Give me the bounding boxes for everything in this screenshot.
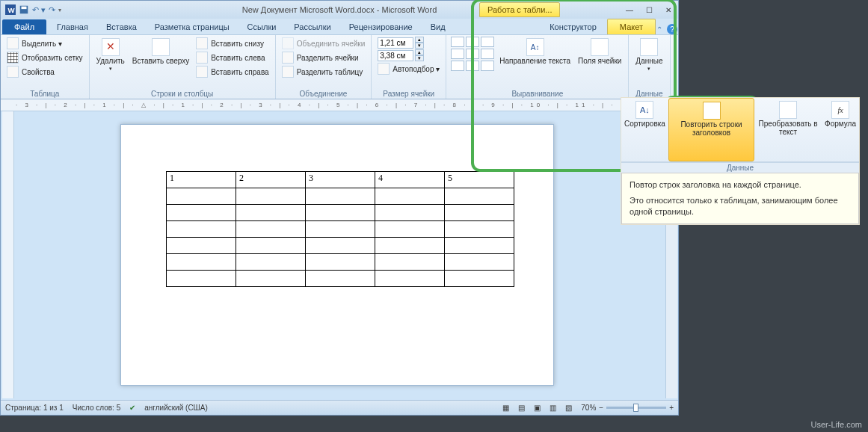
- redo-icon[interactable]: ↷: [49, 5, 55, 15]
- table-cell[interactable]: [375, 238, 445, 254]
- table-cell[interactable]: [306, 221, 375, 238]
- language-status[interactable]: английский (США): [144, 404, 208, 412]
- insert-left-button[interactable]: Вставить слева: [194, 51, 270, 64]
- cell-margins-icon: [591, 38, 609, 56]
- maximize-button[interactable]: ☐: [639, 3, 659, 16]
- save-icon[interactable]: [19, 4, 29, 15]
- show-grid-button[interactable]: Отобразить сетку: [5, 51, 84, 64]
- formula-button[interactable]: fxФормула: [822, 98, 859, 161]
- table-cell[interactable]: 4: [375, 172, 445, 188]
- view-outline-icon[interactable]: ▥: [550, 404, 556, 412]
- alignment-grid[interactable]: [451, 37, 494, 71]
- table-cell[interactable]: [445, 254, 514, 271]
- split-cells-button[interactable]: Разделить ячейки: [280, 51, 367, 64]
- tab-design[interactable]: Конструктор: [541, 19, 606, 34]
- tab-page-layout[interactable]: Разметка страницы: [146, 19, 238, 34]
- undo-icon[interactable]: ↶ ▾: [32, 5, 46, 15]
- table-cell[interactable]: 5: [445, 172, 514, 188]
- help-icon[interactable]: ?: [667, 24, 677, 34]
- table-row[interactable]: [167, 254, 514, 271]
- view-draft-icon[interactable]: ▧: [565, 404, 572, 412]
- table-cell[interactable]: [167, 221, 236, 238]
- spellcheck-icon[interactable]: ✔: [129, 404, 135, 412]
- group-data: Данные▾ Данные: [629, 35, 670, 99]
- table-cell[interactable]: [167, 205, 236, 221]
- insert-above-button[interactable]: Вставить сверху: [130, 37, 191, 67]
- table-cell[interactable]: 3: [306, 172, 375, 188]
- table-row[interactable]: [167, 205, 514, 221]
- table-cell[interactable]: [445, 221, 514, 238]
- tab-home[interactable]: Главная: [48, 19, 97, 34]
- table-cell[interactable]: [236, 254, 306, 271]
- zoom-out-icon[interactable]: −: [599, 404, 603, 412]
- table-cell[interactable]: [445, 238, 514, 254]
- vertical-ruler[interactable]: [2, 111, 14, 398]
- autofit-button[interactable]: Автоподбор ▾: [376, 62, 441, 75]
- file-tab[interactable]: Файл: [2, 19, 46, 34]
- table-cell[interactable]: 1: [167, 172, 236, 188]
- table-row[interactable]: [167, 188, 514, 205]
- tab-review[interactable]: Рецензирование: [340, 19, 422, 34]
- tab-references[interactable]: Ссылки: [238, 19, 286, 34]
- text-direction-button[interactable]: A↕Направление текста: [497, 37, 573, 67]
- table-cell[interactable]: [167, 238, 236, 254]
- table-row[interactable]: [167, 271, 514, 287]
- qat-dropdown-icon[interactable]: ▾: [58, 7, 61, 13]
- table-cell[interactable]: [445, 271, 514, 287]
- table-cell[interactable]: [306, 254, 375, 271]
- table-cell[interactable]: [375, 254, 445, 271]
- properties-button[interactable]: Свойства: [5, 65, 84, 78]
- tab-view[interactable]: Вид: [422, 19, 455, 34]
- word-count[interactable]: Число слов: 5: [73, 404, 120, 412]
- table-cell[interactable]: 2: [236, 172, 306, 188]
- tab-insert[interactable]: Вставка: [97, 19, 146, 34]
- select-button[interactable]: Выделить ▾: [5, 37, 84, 50]
- col-width-input[interactable]: ▴▾: [376, 49, 441, 61]
- split-table-button[interactable]: Разделить таблицу: [280, 65, 367, 78]
- view-web-icon[interactable]: ▣: [534, 404, 541, 412]
- table-cell[interactable]: [236, 188, 306, 205]
- table-row[interactable]: 12345: [167, 172, 514, 188]
- table-cell[interactable]: [167, 271, 236, 287]
- table-row[interactable]: [167, 221, 514, 238]
- repeat-header-rows-button[interactable]: Повторить строки заголовков: [668, 98, 754, 161]
- data-button[interactable]: Данные▾: [633, 37, 665, 73]
- table-cell[interactable]: [306, 271, 375, 287]
- insert-below-button[interactable]: Вставить снизу: [194, 37, 270, 50]
- table-cell[interactable]: [306, 188, 375, 205]
- table-cell[interactable]: [375, 188, 445, 205]
- table-cell[interactable]: [445, 205, 514, 221]
- table-cell[interactable]: [375, 205, 445, 221]
- view-print-icon[interactable]: ▦: [502, 404, 509, 412]
- zoom-in-icon[interactable]: +: [669, 404, 674, 412]
- cell-margins-button[interactable]: Поля ячейки: [576, 37, 624, 67]
- table-cell[interactable]: [167, 188, 236, 205]
- delete-button[interactable]: ✕Удалить▾: [94, 37, 127, 73]
- document-table[interactable]: 12345: [166, 171, 514, 287]
- table-cell[interactable]: [236, 271, 306, 287]
- minimize-button[interactable]: —: [620, 3, 639, 16]
- row-height-input[interactable]: ▴▾: [376, 37, 441, 49]
- insert-right-button[interactable]: Вставить справа: [194, 65, 270, 78]
- table-cell[interactable]: [236, 205, 306, 221]
- table-cell[interactable]: [236, 238, 306, 254]
- table-cell[interactable]: [375, 221, 445, 238]
- tab-layout[interactable]: Макет: [607, 19, 656, 34]
- tab-mailings[interactable]: Рассылки: [285, 19, 339, 34]
- table-cell[interactable]: [306, 205, 375, 221]
- table-cell[interactable]: [167, 254, 236, 271]
- table-cell[interactable]: [306, 238, 375, 254]
- horizontal-ruler[interactable]: · 3 · | · 2 · | · 1 · | · △ · | · 1 · | …: [1, 99, 678, 111]
- minimize-ribbon-icon[interactable]: ⌃: [656, 25, 662, 34]
- sort-button[interactable]: A↓Сортировка: [621, 98, 668, 161]
- table-cell[interactable]: [375, 271, 445, 287]
- view-reading-icon[interactable]: ▤: [518, 404, 525, 412]
- page-status[interactable]: Страница: 1 из 1: [5, 404, 64, 412]
- table-cell[interactable]: [445, 188, 514, 205]
- zoom-slider[interactable]: [606, 407, 666, 409]
- convert-to-text-button[interactable]: Преобразовать в текст: [754, 98, 822, 161]
- table-row[interactable]: [167, 238, 514, 254]
- zoom-control[interactable]: 70% − +: [581, 404, 674, 412]
- close-button[interactable]: ✕: [659, 3, 678, 16]
- table-cell[interactable]: [236, 221, 306, 238]
